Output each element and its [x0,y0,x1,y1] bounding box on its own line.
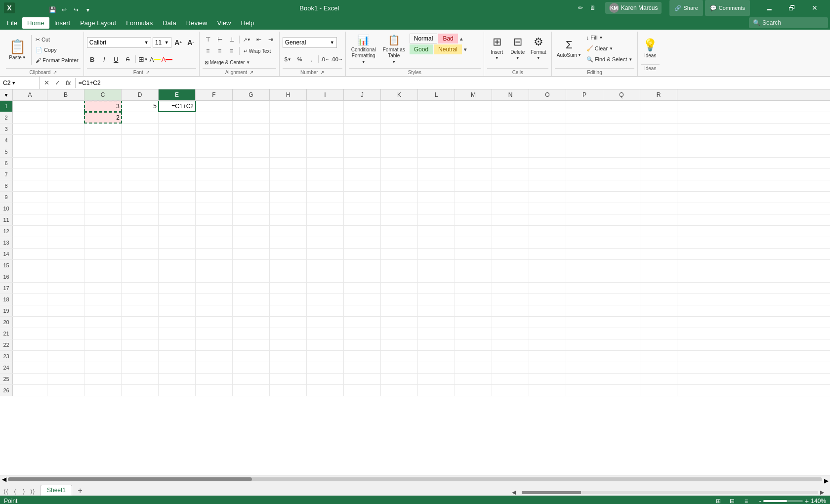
cell-F9[interactable] [196,192,233,203]
cell-N17[interactable] [492,283,529,294]
page-break-view-button[interactable]: ≡ [741,496,751,504]
cell-J5[interactable] [344,146,381,157]
cell-O19[interactable] [529,305,566,316]
row-num-7[interactable]: 7 [0,169,13,180]
cell-K10[interactable] [381,203,418,214]
cell-A17[interactable] [13,283,47,294]
cell-Q20[interactable] [603,317,640,328]
cell-G17[interactable] [233,283,270,294]
cell-B7[interactable] [47,169,84,180]
scroll-right-btn[interactable]: ▶ [824,477,828,481]
cell-C20[interactable] [84,317,122,328]
zoom-out-btn[interactable]: - [759,497,761,504]
horizontal-scroll-track[interactable] [8,477,822,481]
cell-I3[interactable] [307,124,344,134]
cell-R15[interactable] [640,260,677,271]
cell-G15[interactable] [233,260,270,271]
cell-R18[interactable] [640,294,677,305]
horizontal-scrollbar[interactable]: ◀ ▶ [0,475,830,483]
cell-A6[interactable] [13,158,47,168]
cell-H5[interactable] [270,146,307,157]
cell-N6[interactable] [492,158,529,168]
row-num-20[interactable]: 20 [0,317,13,328]
text-orientation-button[interactable]: ↗▼ [242,35,252,44]
cell-Q22[interactable] [603,339,640,350]
cell-R4[interactable] [640,135,677,146]
cell-M8[interactable] [455,180,492,191]
cell-H14[interactable] [270,249,307,259]
cell-P1[interactable] [566,101,603,112]
row-num-3[interactable]: 3 [0,124,13,134]
cell-O23[interactable] [529,351,566,362]
row-num-5[interactable]: 5 [0,146,13,157]
cell-Q15[interactable] [603,260,640,271]
cell-H19[interactable] [270,305,307,316]
cell-I16[interactable] [307,271,344,282]
cell-B23[interactable] [47,351,84,362]
strikethrough-button[interactable]: S [123,54,133,65]
cell-O6[interactable] [529,158,566,168]
cell-M21[interactable] [455,328,492,339]
cell-B20[interactable] [47,317,84,328]
cell-K15[interactable] [381,260,418,271]
cell-C26[interactable] [84,385,122,396]
styles-scroll-down[interactable]: ▼ [463,47,470,52]
cell-G19[interactable] [233,305,270,316]
cell-I4[interactable] [307,135,344,146]
cell-E14[interactable] [159,249,196,259]
col-header-O[interactable]: O [529,89,566,100]
cell-O21[interactable] [529,328,566,339]
pen-icon[interactable]: ✏ [576,3,585,13]
cell-M10[interactable] [455,203,492,214]
cell-C6[interactable] [84,158,122,168]
row-num-22[interactable]: 22 [0,339,13,350]
cell-R22[interactable] [640,339,677,350]
cell-J18[interactable] [344,294,381,305]
cell-E4[interactable] [159,135,196,146]
cell-G24[interactable] [233,362,270,373]
cell-N23[interactable] [492,351,529,362]
style-neutral[interactable]: Neutral [434,44,462,54]
cell-N22[interactable] [492,339,529,350]
cell-N25[interactable] [492,374,529,384]
wrap-text-button[interactable]: ↵ Wrap Text [242,46,273,56]
cell-D20[interactable] [122,317,159,328]
row-num-19[interactable]: 19 [0,305,13,316]
cell-L6[interactable] [418,158,455,168]
cell-A18[interactable] [13,294,47,305]
cell-A20[interactable] [13,317,47,328]
cell-F18[interactable] [196,294,233,305]
add-sheet-button[interactable]: + [75,486,85,496]
cell-E9[interactable] [159,192,196,203]
font-color-button[interactable]: A [162,54,172,65]
style-bad[interactable]: Bad [438,34,457,43]
cell-P8[interactable] [566,180,603,191]
cell-N5[interactable] [492,146,529,157]
cell-C1[interactable]: 3 [84,101,122,112]
cell-J16[interactable] [344,271,381,282]
search-box[interactable]: 🔍 Search [749,17,828,28]
cell-J21[interactable] [344,328,381,339]
cell-A25[interactable] [13,374,47,384]
row-num-12[interactable]: 12 [0,226,13,237]
clipboard-expand-icon[interactable]: ↗ [53,70,57,75]
cell-K2[interactable] [381,112,418,123]
cell-H4[interactable] [270,135,307,146]
cell-O8[interactable] [529,180,566,191]
horizontal-scroll-thumb[interactable] [8,477,252,481]
cell-R23[interactable] [640,351,677,362]
cell-H2[interactable] [270,112,307,123]
cell-M1[interactable] [455,101,492,112]
cell-F4[interactable] [196,135,233,146]
cell-D5[interactable] [122,146,159,157]
cell-E7[interactable] [159,169,196,180]
cell-P25[interactable] [566,374,603,384]
cell-J20[interactable] [344,317,381,328]
col-header-E[interactable]: E [159,89,196,100]
cell-O14[interactable] [529,249,566,259]
cell-N1[interactable] [492,101,529,112]
col-header-N[interactable]: N [492,89,529,100]
cell-E8[interactable] [159,180,196,191]
share-button[interactable]: 🔗Share [669,0,703,16]
cell-H16[interactable] [270,271,307,282]
